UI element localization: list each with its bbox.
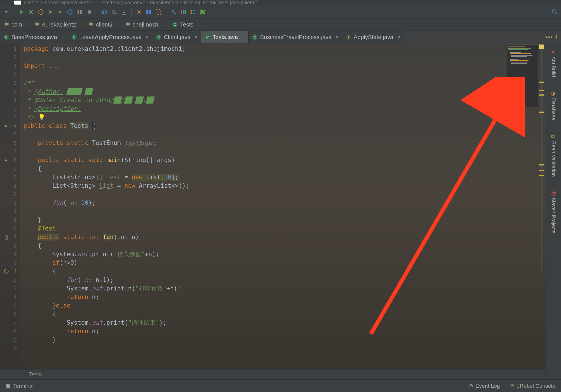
tool-window-ant-build[interactable]: ▲ Ant Build <box>549 46 558 79</box>
breadcrumb-item[interactable]: eurekaclient2 <box>33 21 78 28</box>
editor[interactable]: 1 2 3 8 9 0 1 2 3 ▶4 5 6 7 ▶8 9 0 1 2 3 … <box>0 43 546 379</box>
breadcrumb-item[interactable]: com <box>2 21 24 28</box>
close-icon[interactable]: × <box>195 34 198 40</box>
chevron-right-icon: 〉 <box>25 22 32 28</box>
folder-icon <box>4 21 9 28</box>
folder-icon <box>89 21 94 28</box>
jrebel-icon: ⟳ <box>510 383 515 389</box>
run-icon[interactable] <box>17 8 25 16</box>
close-icon[interactable]: × <box>242 34 245 40</box>
editor-tab[interactable]: I ApplyState.java × <box>342 31 404 43</box>
editor-tab[interactable]: C Client.java × <box>152 31 201 43</box>
debug-icon[interactable] <box>27 8 35 16</box>
breadcrumb-item[interactable]: client2 <box>87 21 114 28</box>
grid-icon[interactable] <box>145 8 153 16</box>
run-config-dropdown[interactable] <box>2 8 10 16</box>
download-icon[interactable] <box>120 8 128 16</box>
svg-rect-6 <box>112 10 115 14</box>
puzzle-icon[interactable] <box>199 8 207 16</box>
breadcrumb-item[interactable]: C Tests <box>170 21 195 28</box>
bean-icon: ✿ <box>551 133 556 139</box>
breadcrumb-label: Tests <box>180 21 193 28</box>
code-content[interactable]: package com.eurekaclient2.client2.shejim… <box>20 43 546 379</box>
tabs-overflow-count: 4 <box>555 34 558 40</box>
svg-rect-3 <box>78 10 79 14</box>
stop-icon[interactable] <box>85 8 93 16</box>
jrebel-run-icon[interactable] <box>47 8 55 16</box>
close-icon[interactable]: × <box>61 34 64 40</box>
editor-tab-active[interactable]: C Tests.java × <box>201 31 249 43</box>
svg-rect-22 <box>193 12 195 12</box>
profile-icon[interactable] <box>66 8 74 16</box>
svg-point-13 <box>172 10 174 12</box>
breadcrumb-class: Tests <box>29 371 42 378</box>
svg-rect-21 <box>193 10 195 11</box>
svg-rect-11 <box>149 12 151 14</box>
jrebel-debug-icon[interactable] <box>56 8 64 16</box>
svg-point-0 <box>30 11 32 13</box>
inspection-indicator[interactable] <box>539 45 544 49</box>
svg-rect-4 <box>80 10 82 14</box>
code-minimap[interactable] <box>507 45 538 107</box>
editor-scrollbar[interactable] <box>539 45 544 378</box>
checklist-icon[interactable] <box>189 8 197 16</box>
tool-window-bean-validation[interactable]: ✿ Bean Validation <box>549 131 558 179</box>
breadcrumb-item[interactable]: shejimoshi <box>124 21 161 28</box>
editor-tab[interactable]: C BaseProcess.java × <box>0 31 68 43</box>
close-icon[interactable]: × <box>336 34 339 40</box>
coverage-icon[interactable] <box>37 8 45 16</box>
main-toolbar <box>0 5 561 19</box>
settings-icon[interactable] <box>135 8 143 16</box>
annotation-gutter-icon[interactable]: @ <box>4 235 9 240</box>
svg-point-1 <box>59 11 61 13</box>
class-icon: C <box>156 34 162 40</box>
tab-label: LeaveApplyProcess.java <box>79 34 142 41</box>
terminal-tool-button[interactable]: ▣ Terminal <box>3 383 36 389</box>
intention-bulb-icon[interactable]: 💡 <box>38 114 45 121</box>
module-settings-icon[interactable] <box>154 8 162 16</box>
svg-rect-20 <box>191 13 192 14</box>
svg-rect-10 <box>146 12 148 14</box>
close-icon[interactable]: × <box>146 34 149 40</box>
editor-gutter[interactable]: 1 2 3 8 9 0 1 2 3 ▶4 5 6 7 ▶8 9 0 1 2 3 … <box>0 43 20 379</box>
class-icon: C <box>3 34 9 40</box>
svg-rect-16 <box>183 10 184 14</box>
event-log-button[interactable]: ◔ Event Log <box>466 383 502 389</box>
run-gutter-icon[interactable]: ▶ <box>4 123 9 128</box>
editor-tab[interactable]: C BusinessTravelProcess.java × <box>249 31 342 43</box>
window-titlebar: client2 [~/IdeaProjects/client2] - .../s… <box>0 0 561 5</box>
scrollbar-thumb[interactable] <box>541 50 542 273</box>
svg-rect-19 <box>191 11 192 13</box>
svg-rect-8 <box>146 9 148 11</box>
docker-ext-icon[interactable] <box>169 8 177 16</box>
close-icon[interactable]: × <box>397 34 400 40</box>
window-title: client2 [~/IdeaProjects/client2] - .../s… <box>24 1 259 4</box>
refresh-icon[interactable] <box>100 8 108 16</box>
tool-window-maven[interactable]: ⓜ Maven Projects <box>549 188 558 236</box>
breadcrumb-label: client2 <box>96 21 113 28</box>
goto-icon[interactable] <box>110 8 118 16</box>
maven-icon: ⓜ <box>551 190 556 196</box>
chevron-right-icon: 〉 <box>162 22 169 28</box>
breadcrumb-label: eurekaclient2 <box>42 21 76 28</box>
editor-breadcrumb[interactable]: Tests <box>0 369 546 379</box>
database-icon: ◑ <box>551 90 556 96</box>
folder-icon <box>125 21 130 28</box>
svg-rect-5 <box>88 10 91 13</box>
recursive-gutter-icon[interactable] <box>4 269 9 274</box>
run-gutter-icon[interactable]: ▶ <box>4 157 9 163</box>
tab-label: Tests.java <box>213 34 238 41</box>
svg-rect-17 <box>185 10 186 14</box>
svg-point-24 <box>552 9 556 13</box>
search-icon[interactable] <box>551 8 559 16</box>
navigation-breadcrumbs: com 〉 eurekaclient2 〉 client2 〉 shejimos… <box>0 19 561 31</box>
chevron-right-icon: 〉 <box>196 22 203 28</box>
tool-window-database[interactable]: ◑ Database <box>549 88 558 122</box>
columns-icon[interactable] <box>179 8 187 16</box>
status-bar: ▣ Terminal ◔ Event Log ⟳ JRebel Console <box>0 379 561 392</box>
concurrency-icon[interactable] <box>76 8 84 16</box>
jrebel-console-button[interactable]: ⟳ JRebel Console <box>508 383 558 389</box>
tabs-overflow-button[interactable]: ••• 4 <box>542 31 561 43</box>
terminal-icon: ▣ <box>6 383 11 389</box>
editor-tab[interactable]: C LeaveApplyProcess.java × <box>68 31 153 43</box>
